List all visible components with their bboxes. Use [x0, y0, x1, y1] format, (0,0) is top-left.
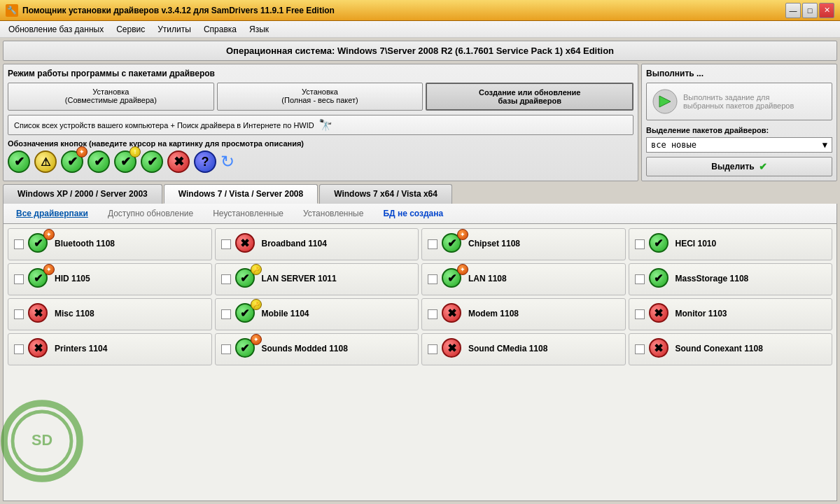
driver-icon-wrap: ✖	[442, 338, 464, 360]
driver-item[interactable]: ✔✦Sounds Modded 1108	[215, 333, 419, 365]
driver-icon-wrap: ✔	[649, 233, 671, 255]
refresh-icon: ↻	[220, 152, 234, 172]
driver-name-label: Monitor 1103	[676, 309, 727, 320]
select-button-label: Выделить	[711, 162, 754, 172]
driver-checkbox[interactable]	[14, 344, 24, 354]
driver-checkbox[interactable]	[635, 309, 645, 319]
binocular-icon: 🔭	[318, 118, 332, 132]
driver-item[interactable]: ✖Misc 1108	[8, 298, 212, 330]
driver-item[interactable]: ✔✦Chipset 1108	[421, 228, 626, 260]
search-bar-text: Список всех устройств вашего компьютера …	[14, 121, 314, 130]
driver-checkbox[interactable]	[428, 344, 438, 354]
mode-btn-compatible[interactable]: Установка (Совместимые драйвера)	[8, 83, 214, 111]
driver-item[interactable]: ✖Printers 1104	[8, 333, 212, 365]
driver-name-label: HECI 1010	[676, 239, 717, 250]
title-bar-text: Помощник установки драйверов v.3.4.12 дл…	[22, 6, 785, 15]
selection-dropdown[interactable]: все новые ▼	[646, 137, 832, 153]
driver-checkbox[interactable]	[14, 239, 24, 249]
driver-grid: ✔✦Bluetooth 1108✖Broadband 1104✔✦Chipset…	[8, 228, 832, 365]
driver-item[interactable]: ✖Sound CMedia 1108	[421, 333, 626, 365]
driver-checkbox[interactable]	[635, 239, 645, 249]
driver-item[interactable]: ✖Modem 1108	[421, 298, 626, 330]
menu-item-help[interactable]: Справка	[198, 23, 242, 36]
menu-item-lang[interactable]: Язык	[244, 23, 274, 36]
mode-btn-full[interactable]: Установка (Полная - весь пакет)	[217, 83, 424, 111]
legend-blue-q-icon: ?	[194, 150, 216, 173]
driver-item[interactable]: ✔✦HID 1105	[8, 263, 212, 295]
driver-checkbox[interactable]	[14, 274, 24, 284]
driver-name-label: Chipset 1108	[468, 239, 520, 250]
red-status-icon: ✖	[235, 233, 255, 253]
filter-tab-all[interactable]: Все драйверпаки	[8, 206, 97, 220]
legend-icon-4: ✔	[88, 150, 110, 173]
legend-icon-5: ✔ !	[114, 150, 136, 173]
checkmark-icon: ✔	[759, 161, 767, 172]
menu-item-utils[interactable]: Утилиты	[152, 23, 197, 36]
legend-title: Обозначения кнопок (наведите курсор на к…	[8, 139, 634, 148]
driver-item[interactable]: ✖Broadband 1104	[215, 228, 419, 260]
red-status-icon: ✖	[28, 303, 48, 323]
legend-icon-7: ✖	[167, 150, 190, 173]
dropdown-value: все новые	[651, 140, 696, 150]
driver-checkbox[interactable]	[635, 274, 645, 284]
driver-item[interactable]: ✔✦LAN 1108	[421, 263, 626, 295]
driver-name-label: Modem 1108	[468, 309, 519, 320]
close-button[interactable]: ✕	[819, 3, 834, 18]
mode-btn-create[interactable]: Создание или обновление базы драйверов	[426, 83, 634, 111]
filter-tab-update[interactable]: Доступно обновление	[99, 206, 202, 220]
driver-item[interactable]: ✔🔑Mobile 1104	[215, 298, 419, 330]
left-panel-title: Режим работы программы с пакетами драйве…	[8, 69, 634, 78]
filter-tab-no-db[interactable]: БД не создана	[374, 206, 451, 220]
driver-checkbox[interactable]	[428, 239, 438, 249]
driver-item[interactable]: ✔HECI 1010	[629, 228, 833, 260]
minimize-button[interactable]: —	[785, 3, 801, 18]
driver-checkbox[interactable]	[14, 309, 24, 319]
filter-tab-uninstalled[interactable]: Неустановленные	[204, 206, 292, 220]
dropdown-arrow-icon: ▼	[822, 140, 827, 150]
driver-item[interactable]: ✔✦Bluetooth 1108	[8, 228, 212, 260]
driver-item[interactable]: ✔MassStorage 1108	[629, 263, 833, 295]
legend-icon-6: ✔	[141, 150, 163, 173]
driver-checkbox[interactable]	[221, 309, 231, 319]
os-tab-win7x64[interactable]: Windows 7 x64 / Vista x64	[319, 184, 452, 204]
driver-name-label: Printers 1104	[55, 344, 107, 355]
search-bar[interactable]: Список всех устройств вашего компьютера …	[8, 115, 634, 135]
driver-icon-wrap: ✔	[649, 268, 671, 290]
driver-name-label: Sounds Modded 1108	[262, 344, 348, 355]
driver-checkbox[interactable]	[635, 344, 645, 354]
legend-icons-row: ✔ ⚠ ✔ ✦ ✔	[8, 150, 634, 173]
driver-item[interactable]: ✔🔑LAN SERVER 1011	[215, 263, 419, 295]
os-info-bar: Операционная система: Windows 7\Server 2…	[3, 41, 837, 61]
os-info-text: Операционная система: Windows 7\Server 2…	[226, 46, 614, 56]
driver-checkbox[interactable]	[221, 344, 231, 354]
driver-name-label: Mobile 1104	[262, 309, 309, 320]
legend-star-badge: ✦	[76, 146, 88, 158]
red-status-icon: ✖	[442, 338, 461, 358]
driver-icon-wrap: ✖	[649, 303, 671, 326]
driver-list-container: ✔✦Bluetooth 1108✖Broadband 1104✔✦Chipset…	[3, 224, 837, 501]
red-status-icon: ✖	[649, 338, 668, 358]
menu-item-service[interactable]: Сервис	[111, 23, 150, 36]
execute-button[interactable]: Выполнить задание для выбранных пакетов …	[646, 83, 832, 120]
driver-item[interactable]: ✖Monitor 1103	[629, 298, 833, 330]
red-status-icon: ✖	[28, 338, 48, 358]
maximize-button[interactable]: □	[802, 3, 818, 18]
driver-icon-wrap: ✔✦	[235, 338, 258, 360]
menu-item-update[interactable]: Обновление баз данных	[3, 23, 109, 36]
select-button[interactable]: Выделить ✔	[646, 157, 832, 176]
driver-checkbox[interactable]	[221, 274, 231, 284]
os-tab-xp[interactable]: Windows XP / 2000 / Server 2003	[3, 184, 162, 204]
legend-green-check2-icon: ✔	[88, 150, 110, 173]
os-tab-win7[interactable]: Windows 7 / Vista / Server 2008	[164, 184, 318, 204]
driver-star-badge-icon: ✦	[43, 264, 55, 275]
driver-checkbox[interactable]	[221, 239, 231, 249]
driver-item[interactable]: ✖Sound Conexant 1108	[629, 333, 833, 365]
driver-name-label: Misc 1108	[55, 309, 94, 320]
driver-checkbox[interactable]	[428, 309, 438, 319]
legend-icon-2: ⚠	[34, 150, 57, 173]
filter-tab-installed[interactable]: Установленные	[295, 206, 372, 220]
driver-checkbox[interactable]	[428, 274, 438, 284]
os-tabs: Windows XP / 2000 / Server 2003 Windows …	[3, 184, 837, 204]
driver-icon-wrap: ✔✦	[442, 268, 464, 290]
driver-name-label: Sound CMedia 1108	[468, 344, 547, 355]
